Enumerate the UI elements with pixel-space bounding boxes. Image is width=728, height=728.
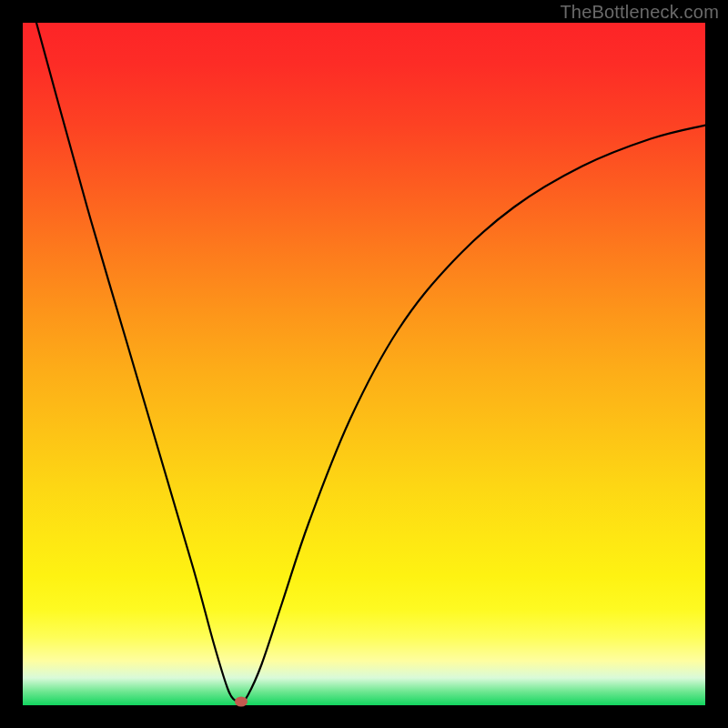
bottleneck-curve xyxy=(23,23,705,705)
minimum-marker xyxy=(235,697,248,707)
chart-frame: TheBottleneck.com xyxy=(0,0,728,728)
attribution-text: TheBottleneck.com xyxy=(560,2,719,23)
plot-area xyxy=(23,23,705,705)
